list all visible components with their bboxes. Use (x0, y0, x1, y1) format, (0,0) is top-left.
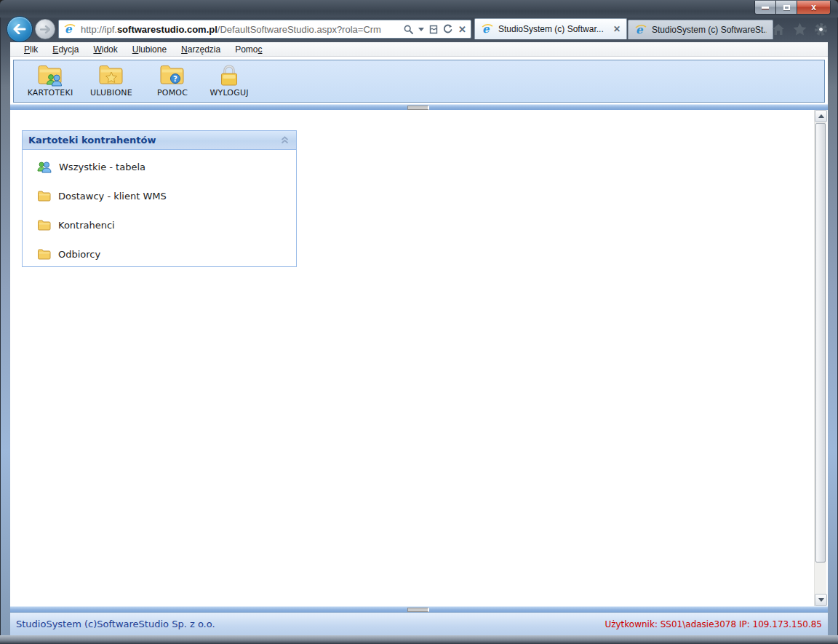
toolbar-button-label: POMOC (140, 88, 204, 98)
favorites-button[interactable] (792, 22, 807, 36)
minimize-icon (762, 7, 769, 9)
tab-studiosystem-2[interactable]: e StudioSystem (c) SoftwareSt... (628, 20, 773, 39)
toolbar-button-label: ULUBIONE (79, 88, 143, 98)
scroll-up-icon (818, 114, 824, 118)
browser-window: x e http://ipf.softwarestudio.com.pl/Def… (0, 0, 838, 644)
app-toolbar: KARTOTEKI ULUBIONE ? POMOC (13, 60, 825, 103)
folder-icon (37, 190, 51, 202)
content-area: Kartoteki kontrahentów (10, 110, 828, 606)
tab-close-icon[interactable]: ✕ (613, 24, 620, 34)
menu-ulubione[interactable]: Ulubione (126, 43, 173, 56)
scroll-up-button[interactable] (815, 110, 827, 122)
toolbar-button-pomoc[interactable]: ? POMOC (140, 63, 204, 100)
folder-help-icon: ? (159, 63, 186, 87)
web-page: KARTOTEKI ULUBIONE ? POMOC (10, 57, 828, 635)
navigation-bar: e http://ipf.softwarestudio.com.pl/Defau… (0, 15, 838, 42)
tab-title: StudioSystem (c) Softwar... (498, 24, 609, 34)
close-button[interactable]: x (797, 1, 831, 15)
menu-bar: Plik Edycja Widok Ulubione Narzędzia Pom… (10, 42, 828, 57)
forward-icon (40, 25, 50, 33)
home-icon (772, 23, 785, 36)
dropdown-icon[interactable] (418, 28, 424, 31)
url-host: softwarestudio.com.pl (117, 24, 218, 35)
ie-favicon: e (634, 24, 647, 36)
home-button[interactable] (771, 22, 786, 36)
url-path: /DefaultSoftwareStudio.aspx?rola=Crm (218, 24, 381, 35)
back-button[interactable] (7, 16, 33, 42)
panel-collapse-button[interactable] (279, 135, 290, 146)
menu-plik[interactable]: Plik (17, 43, 44, 56)
status-user-info: Użytkownik: SS01\adasie3078 IP: 109.173.… (604, 619, 822, 629)
toolbar-button-label: WYLOGUJ (197, 88, 261, 98)
compatibility-icon[interactable] (429, 25, 438, 34)
panel-title: Kartoteki kontrahentów (28, 135, 279, 146)
window-controls: x (754, 1, 831, 15)
panel-item-odbiorcy[interactable]: Odbiorcy (37, 245, 100, 263)
folder-star-icon (97, 63, 125, 87)
stop-icon[interactable]: ✕ (458, 25, 466, 34)
gear-icon (814, 23, 828, 36)
toolbar-button-kartoteki[interactable]: KARTOTEKI (18, 63, 82, 100)
svg-text:?: ? (173, 75, 177, 83)
menu-pomoc[interactable]: Pomoc (228, 43, 268, 56)
window-bottom-frame (0, 635, 838, 644)
tab-studiosystem-1[interactable]: e StudioSystem (c) Softwar... ✕ (474, 18, 627, 39)
browser-action-icons (771, 22, 828, 36)
folder-users-icon (36, 63, 64, 87)
search-icon[interactable] (404, 25, 413, 34)
status-copyright: StudioSystem (c)SoftwareStudio Sp. z o.o… (16, 619, 604, 629)
minimize-button[interactable] (754, 1, 776, 15)
ie-favicon: e (63, 23, 76, 35)
maximize-button[interactable] (776, 1, 797, 15)
panel-item-dostawcy[interactable]: Dostawcy - klient WMS (37, 187, 167, 204)
panel-item-label: Kontrahenci (58, 220, 115, 231)
toolbar-button-wyloguj[interactable]: WYLOGUJ (197, 63, 261, 100)
star-icon (793, 23, 807, 36)
panel-item-label: Wszystkie - tabela (59, 162, 145, 172)
folder-icon (37, 219, 51, 231)
status-bar: StudioSystem (c)SoftwareStudio Sp. z o.o… (10, 612, 828, 635)
url-scheme: http://ipf. (81, 24, 117, 35)
address-bar[interactable]: e http://ipf.softwarestudio.com.pl/Defau… (58, 20, 471, 39)
url-text[interactable]: http://ipf.softwarestudio.com.pl/Default… (81, 24, 404, 35)
collapse-chevrons-icon (281, 136, 289, 144)
menu-narzedzia[interactable]: Narzędzia (175, 43, 227, 56)
maximize-icon (783, 5, 790, 10)
scroll-down-button[interactable] (815, 594, 827, 606)
scrollbar-thumb[interactable] (815, 123, 826, 562)
scroll-down-icon (818, 598, 824, 602)
tab-title: StudioSystem (c) SoftwareSt... (652, 25, 767, 35)
address-bar-icons: ✕ (404, 24, 466, 34)
panel-item-kontrahenci[interactable]: Kontrahenci (37, 216, 115, 234)
padlock-icon (217, 63, 242, 87)
users-icon (37, 161, 52, 173)
settings-button[interactable] (813, 22, 828, 36)
refresh-icon[interactable] (443, 24, 453, 34)
panel-item-wszystkie[interactable]: Wszystkie - tabela (37, 158, 145, 175)
ie-favicon: e (481, 23, 494, 35)
folder-icon (37, 248, 51, 260)
menu-widok[interactable]: Widok (87, 43, 124, 56)
toolbar-button-label: KARTOTEKI (18, 88, 82, 98)
menu-edycja[interactable]: Edycja (46, 43, 85, 56)
horizontal-splitter-top[interactable] (10, 104, 828, 110)
panel-header[interactable]: Kartoteki kontrahentów (23, 131, 296, 150)
kartoteki-panel: Kartoteki kontrahentów (22, 130, 297, 267)
panel-item-label: Dostawcy - klient WMS (58, 191, 167, 202)
close-icon: x (811, 2, 816, 12)
forward-button[interactable] (35, 19, 55, 39)
back-icon (13, 24, 26, 34)
panel-item-label: Odbiorcy (58, 249, 100, 260)
toolbar-button-ulubione[interactable]: ULUBIONE (79, 63, 143, 100)
vertical-scrollbar[interactable] (814, 110, 826, 606)
horizontal-splitter-bottom[interactable] (10, 606, 828, 612)
